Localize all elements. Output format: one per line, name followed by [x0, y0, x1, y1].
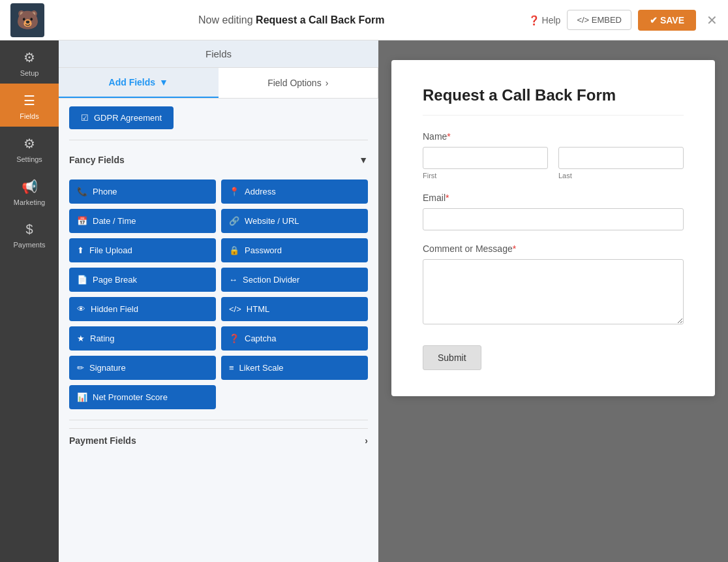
embed-label: </> EMBED [577, 15, 622, 25]
captcha-icon: ❓ [229, 334, 239, 343]
sidebar-label-fields: Fields [20, 112, 38, 120]
fields-tabs: Add Fields ▼ Field Options › [59, 68, 378, 99]
divider [69, 140, 368, 140]
phone-label: Phone [93, 187, 117, 196]
message-label: Comment or Message* [423, 243, 684, 254]
fancy-fields-chevron: ▼ [359, 155, 368, 165]
email-input[interactable] [423, 208, 684, 230]
address-label: Address [245, 187, 276, 196]
app-logo: 🐻 [10, 3, 44, 37]
form-preview-title: Request a Call Back Form [423, 86, 684, 116]
fields-panel-header: Fields [59, 40, 378, 68]
field-button-captcha[interactable]: ❓ Captcha [221, 326, 368, 351]
net-promoter-score-icon: 📊 [77, 392, 87, 402]
file-upload-label: File Upload [89, 245, 132, 255]
field-button-password[interactable]: 🔒 Password [221, 238, 368, 262]
name-first-sublabel: First [423, 172, 548, 180]
close-button[interactable]: ✕ [706, 12, 718, 28]
tab-field-options[interactable]: Field Options › [219, 68, 379, 98]
setup-icon: ⚙ [23, 50, 35, 65]
tab-add-fields[interactable]: Add Fields ▼ [59, 68, 219, 98]
name-label: Name* [423, 131, 684, 142]
field-button-rating[interactable]: ★ Rating [69, 326, 216, 351]
likert-scale-icon: ≡ [229, 363, 234, 373]
website-icon: 🔗 [229, 216, 239, 226]
html-icon: </> [229, 304, 241, 314]
fields-panel: Fields Add Fields ▼ Field Options › ☑ GD… [59, 40, 378, 562]
name-row: First Last [423, 147, 684, 180]
rating-label: Rating [90, 334, 115, 343]
sidebar-label-setup: Setup [20, 69, 39, 77]
embed-button[interactable]: </> EMBED [567, 10, 631, 30]
file-upload-icon: ⬆ [77, 245, 84, 255]
message-textarea[interactable] [423, 259, 684, 324]
field-button-likert-scale[interactable]: ≡ Likert Scale [221, 356, 368, 380]
page-break-icon: 📄 [77, 275, 87, 285]
payment-fields-label: Payment Fields [69, 435, 136, 446]
help-button[interactable]: ❓ Help [528, 15, 561, 25]
sidebar: ⚙ Setup ☰ Fields ⚙ Settings 📢 Marketing … [0, 40, 59, 562]
topbar-actions: ❓ Help </> EMBED ✔ SAVE ✕ [528, 10, 718, 31]
gdpr-label: GDPR Agreement [94, 113, 162, 123]
name-last-col: Last [558, 147, 684, 180]
field-button-address[interactable]: 📍 Address [221, 180, 368, 204]
payment-fields-section-header[interactable]: Payment Fields › [69, 428, 368, 452]
main-layout: ⚙ Setup ☰ Fields ⚙ Settings 📢 Marketing … [0, 40, 728, 562]
fancy-fields-section-header[interactable]: Fancy Fields ▼ [69, 148, 368, 172]
website-label: Website / URL [245, 216, 299, 226]
datetime-label: Date / Time [93, 216, 136, 226]
sidebar-item-fields[interactable]: ☰ Fields [0, 84, 59, 127]
sidebar-label-marketing: Marketing [14, 198, 45, 206]
name-first-col: First [423, 147, 548, 180]
password-label: Password [245, 245, 282, 255]
name-required: * [447, 131, 450, 142]
fields-scroll: ☑ GDPR Agreement Fancy Fields ▼ 📞 Phone … [59, 99, 378, 562]
name-first-input[interactable] [423, 147, 548, 169]
hidden-field-icon: 👁 [77, 304, 85, 314]
email-label: Email* [423, 193, 684, 203]
add-fields-label: Add Fields [109, 77, 156, 87]
payments-icon: $ [25, 222, 33, 237]
field-button-hidden-field[interactable]: 👁 Hidden Field [69, 297, 216, 321]
field-button-datetime[interactable]: 📅 Date / Time [69, 209, 216, 233]
form-field-message: Comment or Message* [423, 243, 684, 327]
gdpr-agreement-button[interactable]: ☑ GDPR Agreement [69, 106, 174, 129]
submit-button[interactable]: Submit [423, 345, 481, 370]
form-name: Request a Call Back Form [256, 14, 384, 25]
marketing-icon: 📢 [22, 179, 38, 195]
rating-icon: ★ [77, 334, 85, 343]
add-fields-chevron: ▼ [159, 77, 168, 87]
field-button-phone[interactable]: 📞 Phone [69, 180, 216, 204]
field-button-html[interactable]: </> HTML [221, 297, 368, 321]
form-preview: Request a Call Back Form Name* First Las… [378, 40, 728, 562]
field-button-file-upload[interactable]: ⬆ File Upload [69, 238, 216, 262]
field-button-section-divider[interactable]: ↔ Section Divider [221, 268, 368, 292]
signature-icon: ✏ [77, 363, 84, 373]
editing-title: Now editing Request a Call Back Form [55, 14, 528, 26]
divider-2 [69, 420, 368, 420]
sidebar-label-settings: Settings [16, 155, 42, 163]
sidebar-item-marketing[interactable]: 📢 Marketing [0, 170, 59, 213]
datetime-icon: 📅 [77, 216, 87, 226]
captcha-label: Captcha [245, 334, 276, 343]
save-button[interactable]: ✔ SAVE [638, 10, 696, 31]
field-button-page-break[interactable]: 📄 Page Break [69, 268, 216, 292]
settings-icon: ⚙ [23, 136, 35, 151]
gdpr-icon: ☑ [81, 113, 89, 123]
sidebar-item-setup[interactable]: ⚙ Setup [0, 40, 59, 84]
fields-icon: ☰ [23, 93, 35, 108]
form-card: Request a Call Back Form Name* First Las… [391, 60, 715, 396]
form-field-email: Email* [423, 193, 684, 230]
field-button-net-promoter-score[interactable]: 📊 Net Promoter Score [69, 385, 216, 409]
payment-fields-chevron: › [365, 435, 368, 446]
save-label: ✔ SAVE [650, 15, 684, 25]
topbar: 🐻 Now editing Request a Call Back Form ❓… [0, 0, 728, 40]
field-button-signature[interactable]: ✏ Signature [69, 356, 216, 380]
field-button-website[interactable]: 🔗 Website / URL [221, 209, 368, 233]
section-divider-label: Section Divider [243, 275, 299, 285]
help-label: Help [542, 15, 561, 25]
sidebar-item-payments[interactable]: $ Payments [0, 213, 59, 255]
message-required: * [513, 243, 516, 254]
name-last-input[interactable] [558, 147, 684, 169]
sidebar-item-settings[interactable]: ⚙ Settings [0, 127, 59, 170]
